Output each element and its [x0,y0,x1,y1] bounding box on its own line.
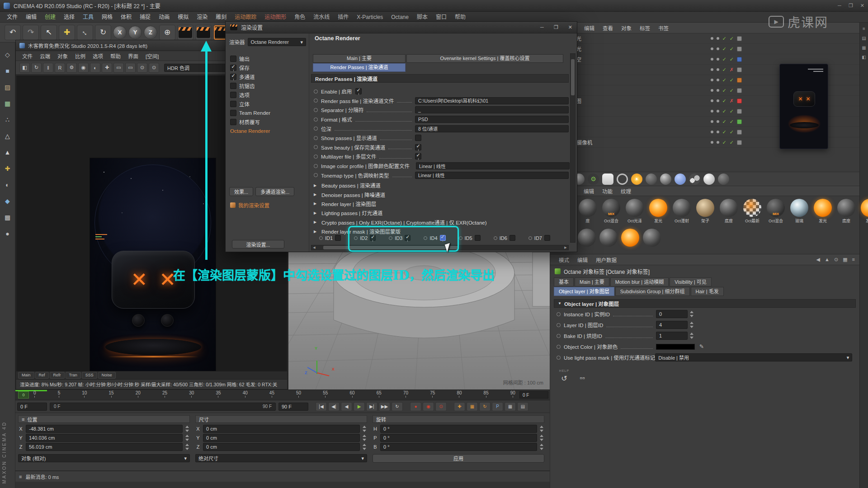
state-check-icon[interactable]: ✗ [730,67,734,73]
picture-viewer-menu-item[interactable]: 云端 [36,52,54,60]
dialog-maximize-button[interactable]: ❐ [554,24,558,30]
anim-dot-icon[interactable] [314,155,318,159]
value-field[interactable]: 4 [656,321,688,329]
enabled-check-icon[interactable]: ✓ [722,140,726,145]
object-manager-menu-item[interactable]: 查看 [599,24,617,32]
menu-item[interactable]: 网格 [98,12,117,23]
state-check-icon[interactable]: ✓ [730,77,734,83]
material-item[interactable]: 发光 [648,199,668,224]
category-checkbox[interactable]: ✓ [230,83,236,89]
vertical-scrollbar[interactable] [570,53,576,243]
status-menu-icon[interactable]: ≡ [19,474,22,479]
picture-viewer-menu-item[interactable]: [空间] [142,52,162,60]
redo-icon[interactable]: ↷ [23,25,39,40]
settings-category-item[interactable]: ✓ 立体 [227,99,307,108]
stepper-control[interactable] [185,443,190,450]
menu-item[interactable]: 编辑 [22,12,41,23]
material-ball-icon[interactable] [621,229,639,247]
picture-viewer-menu-item[interactable]: 界面 [124,52,142,60]
object-manager-menu-item[interactable]: 对象 [617,24,636,32]
value-field[interactable]: Linear | 线性 [415,172,569,179]
tab-kernel[interactable]: Overwrite kernel Settings | 覆盖核心设置 [406,54,563,63]
nav-icon[interactable]: ◧ [19,63,30,73]
material-ball-icon[interactable] [578,229,596,247]
menu-item[interactable]: 选择 [60,12,79,23]
anim-dot-icon[interactable] [557,312,561,316]
attribute-tool-icon[interactable]: ▲ [825,257,830,263]
range-slider[interactable]: 0 F 90 F [50,403,276,411]
enable-axis-icon[interactable]: ✚ [2,164,13,174]
record-button[interactable]: ● [410,402,421,411]
goto-end-button[interactable]: ▶▶ [379,402,390,411]
layer-chip[interactable] [737,88,742,93]
render-dot[interactable] [717,68,719,71]
state-check-icon[interactable]: ✓ [730,46,734,52]
my-render-settings-item[interactable]: 我的渲染设置 [230,202,269,209]
stepper-control[interactable] [689,332,694,339]
menu-item[interactable]: 帮助 [451,12,470,23]
preset-sphere-icon[interactable] [689,174,700,185]
size-field[interactable]: 0 cm [203,443,360,451]
layer-chip[interactable] [737,109,742,114]
convert-object-icon[interactable]: ◇ [2,50,13,60]
menu-item[interactable]: 模拟 [174,12,193,23]
key-add-button[interactable]: ✚ [454,402,465,411]
menu-item[interactable]: 插件 [334,12,353,23]
anim-dot-icon[interactable] [314,108,318,112]
material-item[interactable]: 架子 [695,199,715,224]
picture-viewer-menu-item[interactable]: 帮助 [107,52,124,60]
x-axis-button[interactable]: X [113,26,127,39]
visibility-dot[interactable] [711,47,713,50]
collapsible-section-row[interactable]: ▶ Render layer | 渲染图层 [309,199,569,208]
stepper-control[interactable] [539,443,544,450]
position-field[interactable]: 56.019 cm [26,443,183,451]
dialog-close-button[interactable]: ✕ [568,24,572,30]
stepper-control[interactable] [185,434,190,441]
material-ball-icon[interactable] [599,229,618,247]
settings-category-item[interactable]: ✓ 选项 [227,90,307,99]
next-frame-button[interactable]: ▶| [366,402,377,411]
render-dot[interactable] [717,99,719,102]
value-field[interactable]: _ [415,106,569,113]
enabled-check-icon[interactable]: ✓ [722,36,726,42]
picture-viewer-menu-item[interactable]: 比例 [71,52,89,60]
settings-category-item[interactable]: ✓ 多通道 [227,72,307,81]
stepper-control[interactable] [185,425,190,432]
layer-chip[interactable] [737,47,742,52]
menu-item[interactable]: 捕捉 [136,12,155,23]
lock-icon[interactable]: ◉ [78,63,89,73]
visibility-dot[interactable] [711,110,713,113]
snap-icon[interactable]: ◆ [2,196,13,206]
viewport-solo-icon[interactable]: ◐ [2,180,13,190]
model-mode-icon[interactable]: ■ [2,66,13,76]
panel-tab-icon[interactable]: ◧ [862,55,866,60]
region-icon[interactable]: R [55,63,65,73]
apply-button[interactable]: 应用 [373,454,544,463]
anim-dot-icon[interactable] [314,145,318,149]
state-check-icon[interactable]: ✓ [730,129,734,135]
anim-dot-icon[interactable] [459,236,462,240]
anim-dot-icon[interactable] [314,127,318,131]
layer-chip[interactable] [737,78,742,83]
render-dot[interactable] [717,58,719,61]
goto-start-button[interactable]: |◀ [316,402,327,411]
quantize-icon[interactable]: ▩ [2,212,13,222]
enabled-check-icon[interactable]: ✓ [722,108,726,114]
attribute-menu-item[interactable]: 用户数据 [592,256,621,263]
state-check-icon[interactable]: ✓ [730,56,734,62]
preset-sphere-icon[interactable] [646,174,657,185]
layer-chip[interactable] [737,119,742,124]
refresh-icon[interactable]: ↻ [31,63,42,73]
pause-icon[interactable]: ‖ [43,63,53,73]
layer-chip[interactable] [737,99,742,103]
value-field[interactable]: 0 [656,310,688,318]
anim-dot-icon[interactable] [314,99,318,103]
material-item[interactable]: MIX Oct混合 [601,199,621,224]
collapsible-section-row[interactable]: ▶ Beauty passes | 渲染通道 [309,181,569,190]
preset-sphere-icon[interactable]: ☀ [631,174,642,185]
panel-tab-icon[interactable]: ▤ [862,36,866,41]
stepper-control[interactable] [362,443,367,450]
render-preview-thumbnail[interactable]: ✕ ✕ [779,64,828,149]
category-checkbox[interactable]: ✓ [230,65,236,71]
anim-dot-icon[interactable] [557,345,561,349]
